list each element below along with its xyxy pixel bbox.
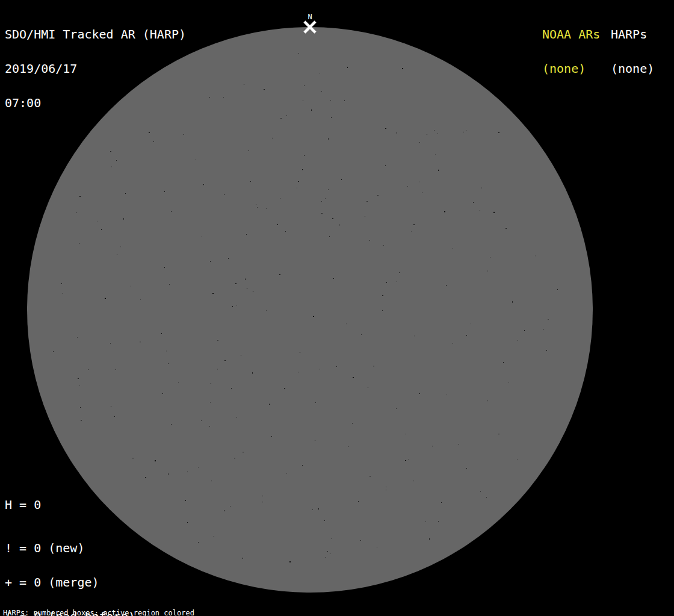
- north-label: N: [304, 13, 316, 20]
- harps-label: HARPs: [611, 29, 654, 40]
- noaa-ars-status: NOAA ARs (none): [542, 6, 600, 97]
- harp-tracker-view: N SDO/HMI Tracked AR (HARP) 2019/06/17 0…: [0, 0, 674, 616]
- legend-item-merge: + = 0 (merge): [5, 577, 143, 588]
- harps-value: (none): [611, 63, 654, 75]
- harps-status: HARPs (none): [611, 6, 654, 97]
- date-label: 2019/06/17: [5, 63, 186, 75]
- north-cross-marker-icon: [303, 20, 317, 34]
- noaa-ars-label: NOAA ARs: [542, 29, 600, 40]
- time-label: 07:00: [5, 97, 186, 109]
- footer-caption: HARPs: numbered boxes; active region col…: [3, 595, 255, 616]
- legend-item-new: ! = 0 (new): [5, 543, 143, 554]
- harp-count-line: H = 0: [5, 499, 41, 511]
- title-block: SDO/HMI Tracked AR (HARP) 2019/06/17 07:…: [5, 6, 186, 132]
- page-title: SDO/HMI Tracked AR (HARP): [5, 29, 186, 40]
- footer-harps-caption: HARPs: numbered boxes; active region col…: [3, 609, 255, 616]
- noaa-ars-value: (none): [542, 63, 600, 75]
